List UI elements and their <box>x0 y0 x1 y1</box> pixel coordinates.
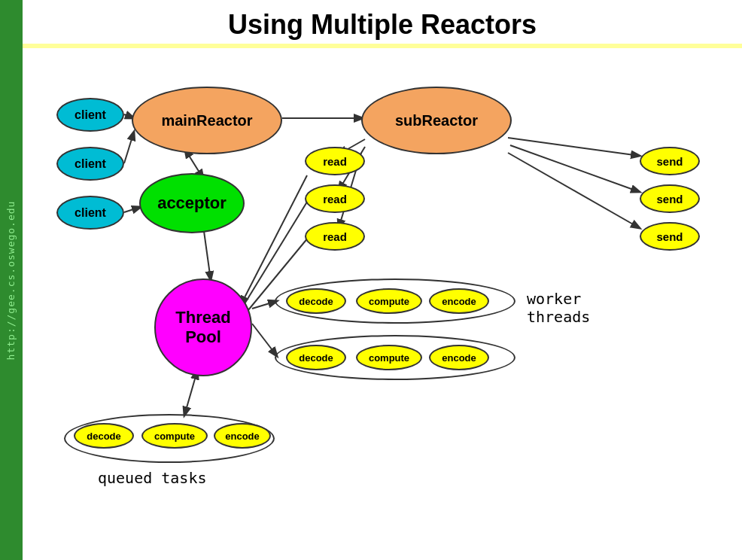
svg-line-16 <box>252 324 277 356</box>
sidebar: http://gee.cs.oswego.edu <box>0 0 23 560</box>
svg-line-8 <box>508 138 640 156</box>
send-node-1: send <box>640 147 700 175</box>
diagram: client client client mainReactor subReac… <box>23 56 742 560</box>
thread-pool-node: Thread Pool <box>154 278 252 376</box>
title-area: Using Multiple Reactors <box>23 0 742 56</box>
svg-line-9 <box>510 145 640 192</box>
compute-worker-2: compute <box>356 345 422 370</box>
svg-line-15 <box>252 301 277 309</box>
compute-queued: compute <box>141 423 208 449</box>
svg-line-11 <box>241 175 307 305</box>
encode-worker-2: encode <box>429 345 489 370</box>
svg-line-10 <box>508 153 640 228</box>
worker-threads-label: worker threads <box>527 290 590 326</box>
read-node-3: read <box>305 222 365 251</box>
send-node-2: send <box>640 184 700 213</box>
title-underline <box>23 44 742 48</box>
read-node-1: read <box>305 147 365 175</box>
compute-worker-1: compute <box>356 288 422 314</box>
svg-line-1 <box>124 132 134 163</box>
svg-line-2 <box>124 207 141 212</box>
decode-worker-2: decode <box>286 345 346 370</box>
sidebar-url: http://gee.cs.oswego.edu <box>6 200 17 360</box>
encode-queued: encode <box>214 423 271 449</box>
decode-worker-1: decode <box>286 288 346 314</box>
page-title: Using Multiple Reactors <box>228 9 537 41</box>
queued-tasks-label: queued tasks <box>98 469 207 487</box>
sub-reactor-node: subReactor <box>361 87 512 154</box>
send-node-3: send <box>640 222 700 251</box>
decode-queued: decode <box>74 423 134 449</box>
svg-line-17 <box>184 376 196 415</box>
svg-line-14 <box>203 226 211 280</box>
encode-worker-1: encode <box>429 288 489 314</box>
client-node-1: client <box>56 98 124 132</box>
acceptor-node: acceptor <box>139 173 245 233</box>
client-node-2: client <box>56 147 124 181</box>
read-node-2: read <box>305 184 365 213</box>
main-reactor-node: mainReactor <box>132 87 282 154</box>
client-node-3: client <box>56 196 124 230</box>
